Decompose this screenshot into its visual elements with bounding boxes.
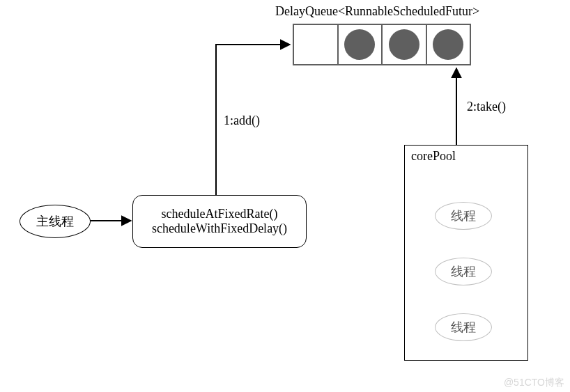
- schedule-at-fixed-rate-label: scheduleAtFixedRate(): [162, 207, 278, 221]
- task-dot: [389, 29, 419, 60]
- main-thread-label: 主线程: [36, 213, 74, 230]
- queue-cell-filled: [339, 25, 383, 64]
- queue-title: DelayQueue<RunnableScheduledFutur>: [275, 4, 479, 19]
- schedule-methods-box: scheduleAtFixedRate() scheduleWithFixedD…: [132, 195, 307, 248]
- edge-take-label: 2:take(): [467, 100, 506, 114]
- thread-node: 线程: [435, 202, 492, 230]
- queue-cell-filled: [427, 25, 470, 64]
- thread-node: 线程: [435, 313, 492, 341]
- thread-label: 线程: [451, 319, 476, 336]
- main-thread-node: 主线程: [20, 205, 91, 238]
- edge-add-label: 1:add(): [224, 113, 260, 128]
- thread-label: 线程: [451, 207, 476, 224]
- watermark: @51CTO博客: [504, 377, 564, 389]
- thread-node: 线程: [435, 258, 492, 285]
- thread-label: 线程: [451, 263, 476, 280]
- core-pool-title: corePool: [411, 149, 456, 164]
- task-dot: [344, 29, 375, 60]
- queue-cell-empty: [294, 25, 339, 64]
- schedule-with-fixed-delay-label: scheduleWithFixedDelay(): [152, 221, 287, 236]
- queue-cell-filled: [383, 25, 427, 64]
- task-dot: [433, 29, 463, 60]
- delay-queue: [293, 24, 471, 65]
